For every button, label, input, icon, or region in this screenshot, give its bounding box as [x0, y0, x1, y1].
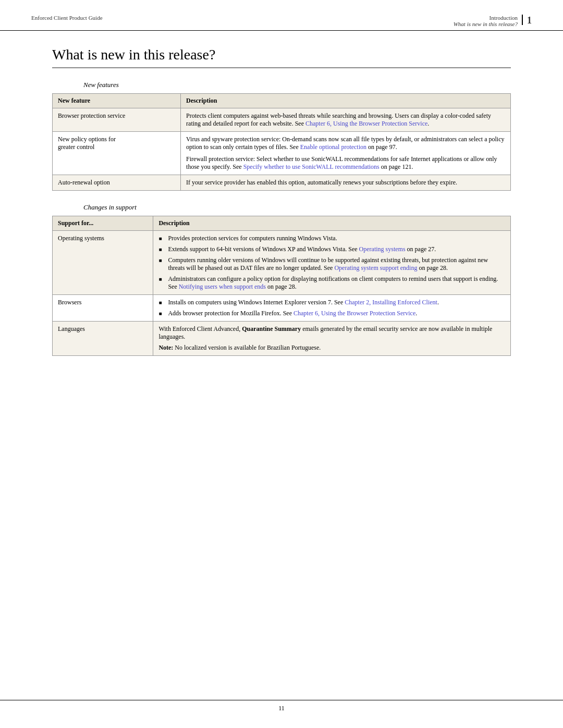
footer-page-number: 11 — [278, 705, 285, 712]
header-chapter: Introduction — [454, 15, 518, 21]
support-description: ■ Installs on computers using Windows In… — [153, 295, 511, 322]
list-item: ■ Computers running older versions of Wi… — [158, 256, 505, 272]
table-row: Operating systems ■ Provides protection … — [53, 231, 511, 295]
operating-systems-bullets: ■ Provides protection services for compu… — [158, 235, 505, 291]
feature-description: Virus and spyware protection service: On… — [181, 132, 511, 175]
feature-name: Browser protection service — [53, 108, 181, 132]
link-operating-systems[interactable]: Operating systems — [359, 245, 406, 253]
link-notifying-users[interactable]: Notifying users when support ends — [179, 283, 266, 290]
support-col-header-desc: Description — [153, 216, 511, 231]
bullet-text: Computers running older versions of Wind… — [168, 256, 505, 272]
bullet-icon: ■ — [158, 257, 166, 263]
new-features-table: New feature Description Browser protecti… — [52, 93, 511, 191]
link-sonicwall-recommendations[interactable]: Specify whether to use SonicWALL recomme… — [243, 163, 380, 170]
new-features-heading: New features — [83, 81, 511, 89]
link-os-support-ending[interactable]: Operating system support ending — [334, 264, 417, 272]
bullet-icon: ■ — [158, 276, 166, 282]
features-col-header-desc: Description — [181, 94, 511, 108]
feature-description: Protects client computers against web-ba… — [181, 108, 511, 132]
bullet-text: Provides protection services for compute… — [168, 235, 505, 242]
note-text: No localized version is available for Br… — [173, 344, 321, 351]
link-browser-protection-service[interactable]: Chapter 6, Using the Browser Protection … — [293, 310, 415, 317]
list-item: ■ Provides protection services for compu… — [158, 235, 505, 242]
note-label: Note: — [158, 344, 173, 351]
bullet-text: Installs on computers using Windows Inte… — [168, 299, 505, 306]
bullet-text: Extends support to 64-bit versions of Wi… — [168, 245, 505, 253]
link-browser-protection[interactable]: Chapter 6, Using the Browser Protection … — [305, 120, 427, 127]
page-wrapper: Enforced Client Product Guide Introducti… — [0, 0, 563, 728]
browsers-bullets: ■ Installs on computers using Windows In… — [158, 299, 505, 317]
table-row: Languages With Enforced Client Advanced,… — [53, 322, 511, 356]
support-for-name: Operating systems — [53, 231, 153, 295]
header-subtitle: What is new in this release? — [454, 21, 518, 27]
page-header: Enforced Client Product Guide Introducti… — [0, 0, 563, 31]
table-row: Auto-renewal option If your service prov… — [53, 175, 511, 191]
header-left-text: Enforced Client Product Guide — [31, 15, 103, 21]
changes-in-support-heading: Changes in support — [83, 203, 511, 212]
support-col-header-for: Support for... — [53, 216, 153, 231]
table-row: Browsers ■ Installs on computers using W… — [53, 295, 511, 322]
support-for-name: Browsers — [53, 295, 153, 322]
bullet-text: Adds browser protection for Mozilla Fire… — [168, 310, 505, 317]
bullet-icon: ■ — [158, 246, 166, 252]
support-description: ■ Provides protection services for compu… — [153, 231, 511, 295]
list-item: ■ Installs on computers using Windows In… — [158, 299, 505, 306]
support-description: With Enforced Client Advanced, Quarantin… — [153, 322, 511, 356]
page-footer: 11 — [0, 700, 563, 712]
support-for-name: Languages — [53, 322, 153, 356]
bullet-icon: ■ — [158, 236, 166, 241]
features-col-header-feature: New feature — [53, 94, 181, 108]
quarantine-summary-bold: Quarantine Summary — [242, 325, 301, 332]
page-title: What is new in this release? — [52, 46, 511, 68]
table-row: Browser protection service Protects clie… — [53, 108, 511, 132]
feature-name: New policy options forgreater control — [53, 132, 181, 175]
list-item: ■ Adds browser protection for Mozilla Fi… — [158, 310, 505, 317]
changes-in-support-table: Support for... Description Operating sys… — [52, 216, 511, 356]
list-item: ■ Extends support to 64-bit versions of … — [158, 245, 505, 253]
header-right-text-block: Introduction What is new in this release… — [454, 15, 518, 27]
feature-name: Auto-renewal option — [53, 175, 181, 191]
table-row: New policy options forgreater control Vi… — [53, 132, 511, 175]
header-right: Introduction What is new in this release… — [454, 15, 532, 27]
link-enable-optional[interactable]: Enable optional protection — [300, 143, 366, 151]
link-installing-enforced[interactable]: Chapter 2, Installing Enforced Client — [345, 299, 437, 306]
main-content: What is new in this release? New feature… — [0, 31, 563, 389]
bullet-icon: ■ — [158, 300, 166, 305]
list-item: ■ Administrators can configure a policy … — [158, 275, 505, 291]
bullet-icon: ■ — [158, 311, 166, 316]
bullet-text: Administrators can configure a policy op… — [168, 275, 505, 291]
header-page-number: 1 — [522, 15, 532, 25]
feature-description: If your service provider has enabled thi… — [181, 175, 511, 191]
